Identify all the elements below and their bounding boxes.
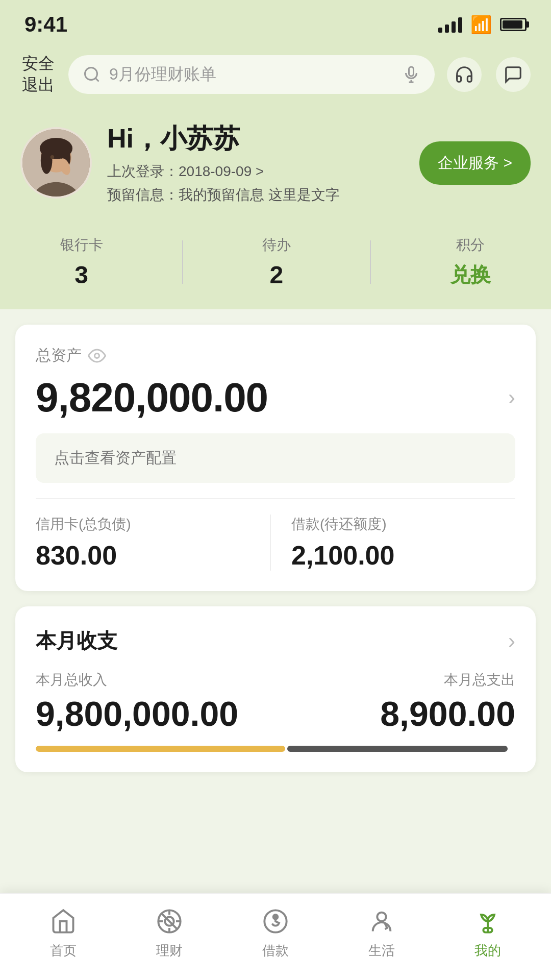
income-title: 本月收支	[36, 627, 117, 655]
total-assets-label: 总资产	[36, 345, 515, 366]
income-value: 9,800,000.00	[36, 694, 238, 733]
pending-stat[interactable]: 待办 2	[262, 235, 291, 289]
profile-name: Hi，小苏苏	[107, 121, 340, 157]
liabilities-row: 信用卡(总负债) 830.00 借款(待还额度) 2,100.00	[36, 498, 515, 571]
search-input[interactable]: 9月份理财账单	[109, 63, 394, 86]
svg-point-0	[85, 67, 97, 80]
credit-card-liability[interactable]: 信用卡(总负债) 830.00	[36, 514, 271, 571]
avatar	[20, 127, 92, 199]
message-button[interactable]	[496, 57, 531, 92]
nav-item-life[interactable]: 生活	[329, 906, 435, 960]
income-chevron-icon: ›	[508, 629, 515, 653]
points-label: 积分	[456, 235, 485, 255]
expense-value: 8,900.00	[380, 694, 515, 733]
loan-value: 2,100.00	[291, 540, 505, 571]
bottom-nav: 首页 理财 借款	[0, 893, 551, 980]
svg-rect-2	[409, 67, 414, 76]
battery-icon	[500, 18, 527, 31]
nav-item-loan[interactable]: 借款	[222, 906, 329, 960]
points-stat[interactable]: 积分 兑换	[450, 235, 491, 289]
main-content: 总资产 9,820,000.00 › 点击查看资产配置 信用卡(总负债) 830…	[0, 325, 551, 890]
bank-card-stat[interactable]: 银行卡 3	[60, 235, 103, 289]
stats-bar: 银行卡 3 待办 2 积分 兑换	[0, 225, 551, 309]
assets-card: 总资产 9,820,000.00 › 点击查看资产配置 信用卡(总负债) 830…	[15, 325, 536, 591]
mine-icon	[472, 906, 503, 937]
svg-point-24	[273, 915, 278, 919]
income-header[interactable]: 本月收支 ›	[36, 627, 515, 655]
assets-chevron-icon: ›	[508, 385, 515, 410]
bank-card-value: 3	[74, 261, 88, 289]
expense-col: 本月总支出 8,900.00	[380, 670, 515, 733]
enterprise-service-button[interactable]: 企业服务 >	[419, 141, 531, 185]
svg-line-1	[95, 78, 99, 82]
svg-point-10	[41, 147, 53, 174]
nav-label-life: 生活	[368, 942, 395, 960]
profile-info: Hi，小苏苏 上次登录：2018-09-09 > 预留信息：我的预留信息 这里是…	[107, 121, 340, 205]
profile-section: Hi，小苏苏 上次登录：2018-09-09 > 预留信息：我的预留信息 这里是…	[0, 106, 551, 225]
nav-item-investment[interactable]: 理财	[116, 906, 222, 960]
wifi-icon: 📶	[470, 14, 492, 35]
home-icon	[48, 906, 79, 937]
safe-exit-button[interactable]: 安全 退出	[20, 53, 56, 95]
svg-point-12	[51, 155, 55, 159]
signal-icon	[438, 16, 462, 33]
expense-progress-fill	[287, 746, 508, 752]
profile-last-login[interactable]: 上次登录：2018-09-09 >	[107, 162, 340, 181]
expense-label: 本月总支出	[444, 670, 515, 690]
svg-line-17	[162, 914, 178, 929]
investment-icon	[154, 906, 185, 937]
nav-label-home: 首页	[50, 942, 77, 960]
credit-card-value: 830.00	[36, 540, 249, 571]
loan-label: 借款(待还额度)	[291, 514, 505, 534]
status-bar: 9:41 📶	[0, 0, 551, 43]
loan-icon	[260, 906, 291, 937]
nav-label-mine: 我的	[474, 942, 501, 960]
asset-allocation-button[interactable]: 点击查看资产配置	[36, 433, 515, 483]
nav-label-loan: 借款	[262, 942, 289, 960]
total-assets-row[interactable]: 9,820,000.00 ›	[36, 374, 515, 421]
income-expense-row: 本月总收入 9,800,000.00 本月总支出 8,900.00	[36, 670, 515, 733]
nav-item-home[interactable]: 首页	[10, 906, 116, 960]
income-progress-fill	[36, 746, 285, 752]
profile-left: Hi，小苏苏 上次登录：2018-09-09 > 预留信息：我的预留信息 这里是…	[20, 121, 340, 205]
top-nav: 安全 退出 9月份理财账单	[0, 43, 551, 106]
search-icon	[83, 65, 101, 84]
income-label: 本月总收入	[36, 670, 238, 690]
points-value: 兑换	[450, 261, 491, 289]
income-expense-progress-bar	[36, 746, 515, 752]
status-icons: 📶	[438, 14, 527, 35]
life-icon	[366, 906, 397, 937]
loan-liability[interactable]: 借款(待还额度) 2,100.00	[271, 514, 515, 571]
mic-icon[interactable]	[402, 65, 420, 84]
svg-point-25	[377, 913, 386, 921]
nav-label-investment: 理财	[156, 942, 183, 960]
svg-point-14	[95, 353, 99, 358]
credit-card-label: 信用卡(总负债)	[36, 514, 249, 534]
nav-item-mine[interactable]: 我的	[435, 906, 541, 960]
search-bar[interactable]: 9月份理财账单	[68, 55, 435, 94]
status-time: 9:41	[24, 12, 67, 37]
nav-icons	[447, 57, 531, 92]
total-assets-value: 9,820,000.00	[36, 374, 268, 421]
income-col: 本月总收入 9,800,000.00	[36, 670, 238, 733]
headphone-button[interactable]	[447, 57, 482, 92]
income-card: 本月收支 › 本月总收入 9,800,000.00 本月总支出 8,900.00	[15, 606, 536, 772]
eye-icon[interactable]	[88, 347, 106, 365]
bank-card-label: 银行卡	[60, 235, 103, 255]
pending-label: 待办	[262, 235, 291, 255]
profile-reserved-info: 预留信息：我的预留信息 这里是文字	[107, 185, 340, 205]
pending-value: 2	[270, 261, 284, 289]
